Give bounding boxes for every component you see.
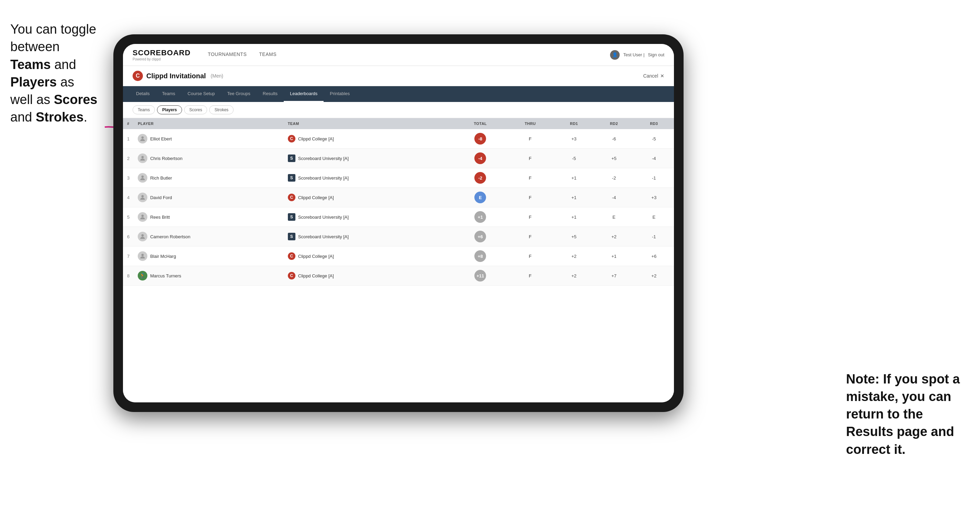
svg-point-3 (142, 175, 144, 178)
cell-rd3: -1 (634, 227, 674, 246)
tab-printables[interactable]: Printables (324, 86, 356, 102)
team-name: Clippd College [A] (298, 195, 334, 200)
player-avatar (138, 193, 147, 202)
toggle-teams[interactable]: Teams (133, 105, 155, 114)
tab-teams[interactable]: Teams (156, 86, 181, 102)
cell-rank: 7 (123, 246, 134, 266)
cell-rank: 4 (123, 188, 134, 207)
tab-tee-groups[interactable]: Tee Groups (221, 86, 256, 102)
tablet-device: SCOREBOARD Powered by clippd TOURNAMENTS… (113, 34, 684, 412)
player-avatar: 🏌️ (138, 271, 147, 281)
tab-leaderboards[interactable]: Leaderboards (284, 86, 324, 102)
team-name: Scoreboard University [A] (298, 214, 348, 220)
cell-rd1: +1 (554, 168, 594, 188)
cell-team: CClippd College [A] (284, 266, 455, 286)
cell-team: CClippd College [A] (284, 246, 455, 266)
nav-links: TOURNAMENTS TEAMS (202, 44, 610, 66)
team-logo: S (288, 233, 296, 240)
cell-thru: F (506, 168, 554, 188)
table-row: 4David FordCClippd College [A]EF+1-4+3 (123, 188, 674, 207)
cell-total: -4 (454, 149, 506, 168)
cell-rank: 2 (123, 149, 134, 168)
nav-right: 👤 Test User | Sign out (610, 50, 664, 60)
team-name: Clippd College [A] (298, 254, 334, 259)
right-annotation: Note: If you spot a mistake, you can ret… (846, 370, 970, 458)
player-name: Rees Britt (150, 214, 170, 220)
cell-rd2: +5 (594, 149, 634, 168)
col-team: TEAM (284, 118, 455, 129)
nav-teams[interactable]: TEAMS (253, 44, 283, 66)
cell-player: Chris Robertson (134, 149, 284, 168)
col-total: TOTAL (454, 118, 506, 129)
tab-details[interactable]: Details (130, 86, 156, 102)
cell-thru: F (506, 266, 554, 286)
team-name: Clippd College [A] (298, 136, 334, 141)
cancel-label: Cancel (643, 73, 658, 79)
cell-rd2: -4 (594, 188, 634, 207)
cell-rd1: +1 (554, 207, 594, 227)
cell-thru: F (506, 149, 554, 168)
cell-player: Elliot Ebert (134, 129, 284, 149)
col-player: PLAYER (134, 118, 284, 129)
table-row: 5Rees BrittSScoreboard University [A]+1F… (123, 207, 674, 227)
left-annotation: You can toggle between Teams and Players… (10, 21, 100, 126)
team-name: Scoreboard University [A] (298, 175, 348, 181)
logo-text: SCOREBOARD (133, 48, 191, 57)
team-logo: C (288, 252, 296, 260)
cell-rd3: +3 (634, 188, 674, 207)
cell-rank: 1 (123, 129, 134, 149)
tab-course-setup[interactable]: Course Setup (181, 86, 221, 102)
svg-point-7 (142, 254, 144, 256)
cell-rank: 3 (123, 168, 134, 188)
cell-team: SScoreboard University [A] (284, 207, 455, 227)
table-row: 1Elliot EbertCClippd College [A]-8F+3-6-… (123, 129, 674, 149)
table-row: 3Rich ButlerSScoreboard University [A]-2… (123, 168, 674, 188)
svg-point-6 (142, 234, 144, 237)
team-logo: S (288, 174, 296, 182)
table-row: 6Cameron RobertsonSScoreboard University… (123, 227, 674, 246)
cell-rd3: E (634, 207, 674, 227)
scores-bold: Scores (54, 92, 97, 107)
player-name: Cameron Robertson (150, 234, 190, 239)
svg-point-1 (142, 136, 144, 139)
col-rank: # (123, 118, 134, 129)
tournament-name: Clippd Invitational (146, 72, 206, 80)
table-row: 2Chris RobertsonSScoreboard University [… (123, 149, 674, 168)
cell-rank: 6 (123, 227, 134, 246)
toggle-strokes[interactable]: Strokes (209, 105, 234, 114)
cell-rd3: -1 (634, 168, 674, 188)
cell-team: SScoreboard University [A] (284, 149, 455, 168)
cell-player: 🏌️Marcus Turners (134, 266, 284, 286)
cell-thru: F (506, 129, 554, 149)
players-table: # PLAYER TEAM TOTAL THRU RD1 RD2 RD3 1El… (123, 118, 674, 286)
cancel-button[interactable]: Cancel ✕ (643, 73, 664, 79)
cell-rd3: -5 (634, 129, 674, 149)
tournament-header: C Clippd Invitational (Men) Cancel ✕ (123, 66, 674, 86)
player-avatar (138, 134, 147, 143)
cell-rd1: +5 (554, 227, 594, 246)
player-avatar (138, 173, 147, 183)
svg-point-5 (142, 214, 144, 217)
cell-thru: F (506, 207, 554, 227)
note-text: Note: If you spot a mistake, you can ret… (846, 372, 960, 457)
tab-bar: Details Teams Course Setup Tee Groups Re… (123, 86, 674, 102)
toggle-players[interactable]: Players (157, 105, 182, 114)
nav-tournaments[interactable]: TOURNAMENTS (202, 44, 253, 66)
cell-team: SScoreboard University [A] (284, 227, 455, 246)
player-name: Elliot Ebert (150, 136, 172, 141)
team-logo: C (288, 135, 296, 143)
team-logo: C (288, 194, 296, 201)
col-rd2: RD2 (594, 118, 634, 129)
cell-total: +1 (454, 207, 506, 227)
sign-out-link[interactable]: Sign out (648, 52, 664, 57)
cell-thru: F (506, 246, 554, 266)
tab-results[interactable]: Results (256, 86, 284, 102)
team-name: Scoreboard University [A] (298, 234, 348, 239)
toggle-scores[interactable]: Scores (184, 105, 207, 114)
cell-thru: F (506, 227, 554, 246)
cell-player: Rich Butler (134, 168, 284, 188)
cell-rank: 8 (123, 266, 134, 286)
cell-rd1: +3 (554, 129, 594, 149)
cell-player: Blair McHarg (134, 246, 284, 266)
teams-bold: Teams (10, 57, 51, 72)
